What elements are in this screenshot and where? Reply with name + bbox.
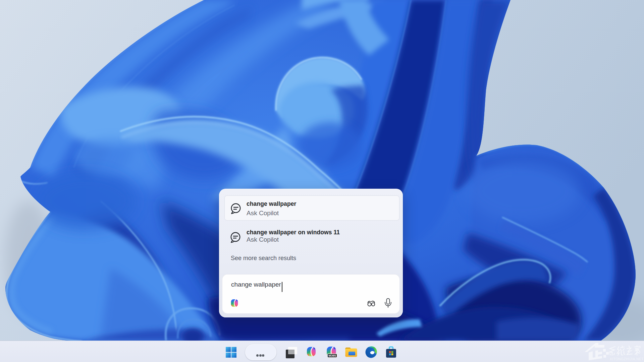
svg-text:XITONGZHIJIA.NET: XITONGZHIJIA.NET <box>610 357 644 361</box>
svg-text:M365: M365 <box>328 354 336 357</box>
